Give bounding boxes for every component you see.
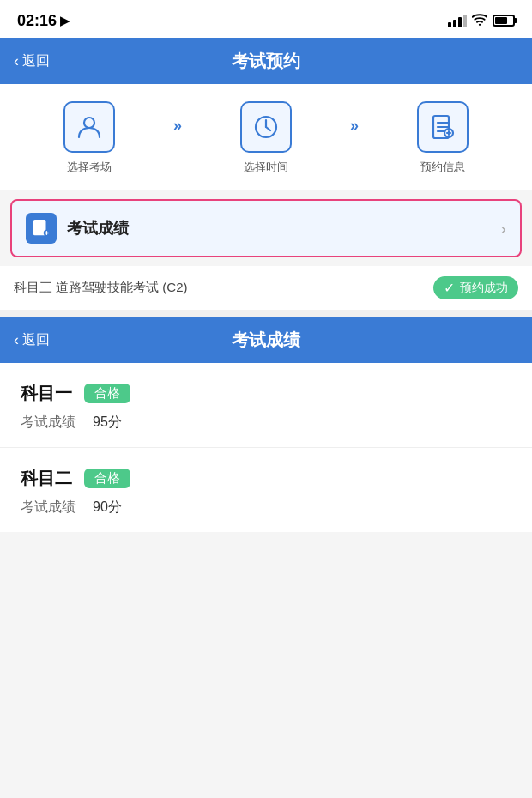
back-label-second: 返回 [22,331,50,349]
step-time-icon-box [240,101,292,153]
score-subject-row-1: 科目一 合格 [21,382,511,405]
back-button-top[interactable]: ‹ 返回 [14,52,50,70]
step-venue-icon-box [63,101,115,153]
success-badge-text: 预约成功 [460,281,508,296]
top-nav-bar: ‹ 返回 考试预约 [0,38,532,84]
status-icons [448,12,515,29]
score-section-2: 科目二 合格 考试成绩 90分 [0,448,532,532]
steps-section: 选择考场 » 选择时间 » 预约信息 [0,84,532,190]
check-circle-icon: ✓ [444,280,455,296]
status-bar: 02:16 ▶ [0,0,532,38]
score-detail-value-1: 95分 [93,414,122,432]
exam-score-chevron-icon: › [500,219,506,239]
step-time-label: 选择时间 [244,160,288,175]
step-arrow-1: » [170,101,185,135]
step-info-label: 预约信息 [420,160,465,175]
score-content: 科目一 合格 考试成绩 95分 科目二 合格 考试成绩 90分 [0,363,532,532]
section-divider [0,310,532,317]
document-icon [429,113,456,141]
success-badge: ✓ 预约成功 [433,276,518,299]
top-nav-title: 考试预约 [232,50,300,73]
clock-icon [252,113,280,141]
score-section-1: 科目一 合格 考试成绩 95分 [0,363,532,448]
score-detail-label-1: 考试成绩 [21,414,76,432]
score-detail-row-2: 考试成绩 90分 [21,499,511,517]
back-label-top: 返回 [22,52,50,70]
svg-point-1 [84,118,94,128]
battery-icon [493,15,515,27]
subject-two-name: 科目二 [21,467,72,490]
step-venue-label: 选择考场 [67,160,112,175]
exam-score-card[interactable]: 考试成绩 › [10,199,522,257]
location-arrow-icon: ▶ [60,14,70,27]
back-button-second[interactable]: ‹ 返回 [14,331,50,349]
subject-one-badge: 合格 [84,384,130,403]
step-time[interactable]: 选择时间 [185,101,347,175]
step-arrow-2: » [347,101,362,135]
score-document-icon [32,219,51,238]
status-time: 02:16 ▶ [17,12,70,30]
step-info-icon-box [417,101,469,153]
score-detail-value-2: 90分 [93,499,122,517]
svg-point-0 [479,24,481,26]
exam-score-label: 考试成绩 [67,218,500,239]
step-venue[interactable]: 选择考场 [9,101,170,175]
wifi-icon [472,12,487,29]
step-info[interactable]: 预约信息 [362,101,523,175]
back-chevron-icon-second: ‹ [14,331,19,349]
time-display: 02:16 [17,12,57,30]
person-icon [76,113,103,141]
subject-one-name: 科目一 [21,382,72,405]
svg-line-4 [266,127,270,130]
signal-icon [448,14,467,27]
subject-name: 科目三 道路驾驶技能考试 (C2) [14,280,188,296]
back-chevron-icon: ‹ [14,52,19,70]
second-nav-bar: ‹ 返回 考试成绩 [0,317,532,363]
second-nav-title: 考试成绩 [232,329,300,352]
exam-score-icon-box [26,213,57,244]
subject-two-badge: 合格 [84,469,130,488]
subject-info-row: 科目三 道路驾驶技能考试 (C2) ✓ 预约成功 [0,266,532,310]
score-subject-row-2: 科目二 合格 [21,467,511,490]
score-detail-row-1: 考试成绩 95分 [21,414,511,432]
score-detail-label-2: 考试成绩 [21,499,76,517]
